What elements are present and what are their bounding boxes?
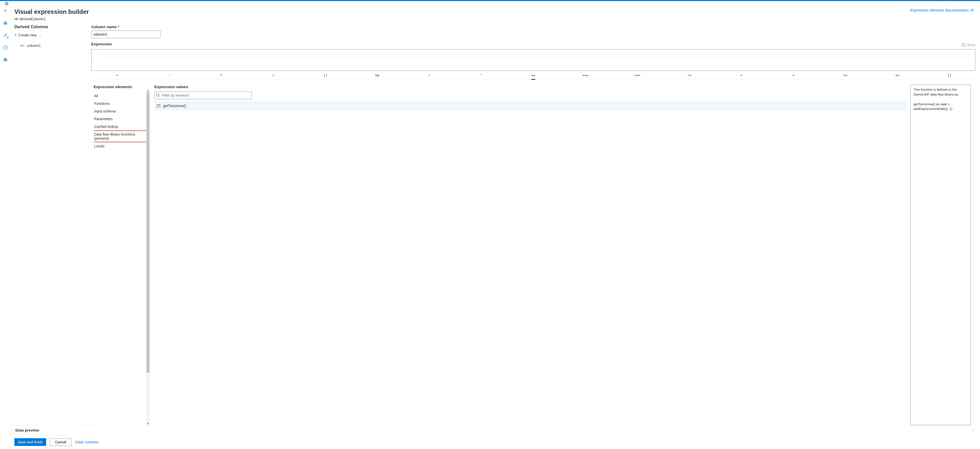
values-filter-input[interactable]: [154, 92, 252, 99]
expression-values-heading: Expression values: [154, 84, 907, 89]
element-category-item[interactable]: Cached lookup: [94, 123, 148, 130]
plus-icon: +: [14, 33, 17, 37]
author-icon[interactable]: 2: [2, 32, 9, 38]
documentation-link[interactable]: Expression reference documentation: [910, 8, 974, 12]
function-item[interactable]: getTomorrow(): [154, 101, 907, 111]
svg-rect-1: [6, 3, 7, 5]
edit-badge: 2: [6, 36, 9, 39]
derived-column-icon: [14, 17, 18, 21]
nav-sidebar: 2: [0, 6, 11, 449]
operator-button[interactable]: >: [715, 72, 767, 79]
operator-button[interactable]: <=>: [611, 72, 663, 79]
expression-elements-panel: Expression elements AllFunctionsInput sc…: [88, 81, 150, 425]
operator-button[interactable]: !=: [663, 72, 715, 79]
svg-point-2: [6, 2, 7, 3]
save-and-finish-button[interactable]: Save and finish: [14, 438, 46, 446]
svg-rect-6: [14, 18, 15, 20]
save-label: Save: [967, 43, 975, 47]
operator-button[interactable]: &&: [351, 72, 403, 79]
operator-button[interactable]: -: [143, 72, 196, 79]
transformation-breadcrumb: derivedColumn1: [14, 17, 89, 21]
operator-button[interactable]: <=: [871, 72, 923, 79]
monitor-icon[interactable]: [2, 44, 9, 51]
documentation-link-label: Expression reference documentation: [910, 8, 969, 12]
operator-button[interactable]: []: [923, 72, 975, 79]
sidebar-expand-button[interactable]: [2, 7, 9, 14]
cancel-button[interactable]: Cancel: [50, 438, 72, 446]
operator-button[interactable]: ^: [455, 72, 508, 79]
scrollbar-thumb[interactable]: [146, 92, 150, 373]
external-link-icon: [970, 8, 974, 12]
elements-scrollbar[interactable]: ▲ ▼: [146, 89, 150, 425]
derived-columns-heading: Derived Columns: [14, 25, 89, 29]
svg-rect-8: [17, 18, 18, 20]
create-new-label: Create new: [18, 33, 37, 37]
expression-label: Expression: [91, 42, 112, 46]
element-category-item[interactable]: Functions: [94, 100, 148, 107]
svg-rect-4: [3, 59, 7, 61]
operator-toolbar: +-*/||&&!^=====<=>!=><>=<=[]: [91, 72, 975, 79]
svg-rect-5: [4, 58, 6, 59]
operator-button[interactable]: !: [403, 72, 455, 79]
transformation-name: derivedColumn1: [19, 17, 46, 21]
column-name-label: column1: [27, 44, 41, 48]
operator-button[interactable]: +: [91, 72, 143, 79]
create-new-button[interactable]: + Create new ⌄: [14, 32, 89, 38]
element-category-item[interactable]: All: [94, 92, 148, 100]
operator-button[interactable]: >=: [819, 72, 872, 79]
svg-rect-10: [157, 105, 160, 107]
page-header: Visual expression builder derivedColumn1…: [11, 6, 980, 22]
manage-icon[interactable]: [2, 56, 9, 63]
calendar-icon: [156, 104, 161, 108]
svg-rect-7: [16, 18, 17, 20]
home-icon[interactable]: [2, 19, 9, 26]
function-description: This function is defined in the DemoUDF …: [910, 84, 971, 425]
scroll-down-arrow-icon[interactable]: ▼: [146, 422, 150, 425]
save-icon: [961, 43, 966, 47]
info-strip: [0, 1, 980, 6]
operator-button[interactable]: <: [767, 72, 819, 79]
info-icon[interactable]: [5, 2, 9, 6]
svg-point-9: [156, 94, 159, 96]
expression-elements-heading: Expression elements: [94, 84, 148, 89]
pane-splitter[interactable]: [91, 79, 975, 79]
data-preview-label: Data preview: [15, 428, 39, 432]
clear-contents-link[interactable]: Clear contents: [75, 440, 98, 444]
chevron-up-icon[interactable]: ︿: [972, 429, 975, 432]
expression-editor[interactable]: [91, 49, 975, 71]
scroll-up-arrow-icon[interactable]: ▲: [146, 89, 150, 92]
element-category-item[interactable]: Parameters: [94, 115, 148, 123]
footer-actions: Save and finish Cancel Clear contents: [11, 435, 980, 449]
search-icon: [156, 93, 160, 97]
function-name: getTomorrow(): [163, 104, 186, 108]
operator-button[interactable]: ==: [508, 72, 560, 79]
expression-values-panel: Expression values getTomorrow() This fun…: [150, 81, 975, 425]
element-category-item[interactable]: Data flow library functions (preview): [94, 130, 148, 142]
column-type-badge: ANY: [20, 44, 25, 47]
expression-form: Column name * Expression Save +-*/||&&!^…: [91, 25, 980, 425]
element-category-item[interactable]: Locals: [94, 142, 148, 150]
operator-button[interactable]: *: [196, 72, 247, 79]
save-expression-button[interactable]: Save: [961, 43, 975, 47]
page-title: Visual expression builder: [14, 8, 89, 15]
chevron-down-icon: ⌄: [39, 34, 41, 36]
data-preview-bar[interactable]: Data preview ︿: [11, 425, 980, 435]
operator-button[interactable]: ||: [299, 72, 351, 79]
column-name-input[interactable]: [91, 30, 161, 38]
operator-button[interactable]: ===: [559, 72, 611, 79]
main-content: Visual expression builder derivedColumn1…: [11, 6, 980, 449]
operator-button[interactable]: /: [247, 72, 299, 79]
column-name-label-header: Column name *: [91, 25, 975, 29]
element-category-item[interactable]: Input schema: [94, 107, 148, 115]
derived-columns-panel: Derived Columns + Create new ⌄ ANY colum…: [14, 25, 91, 425]
derived-column-item[interactable]: ANY column1: [14, 43, 89, 49]
